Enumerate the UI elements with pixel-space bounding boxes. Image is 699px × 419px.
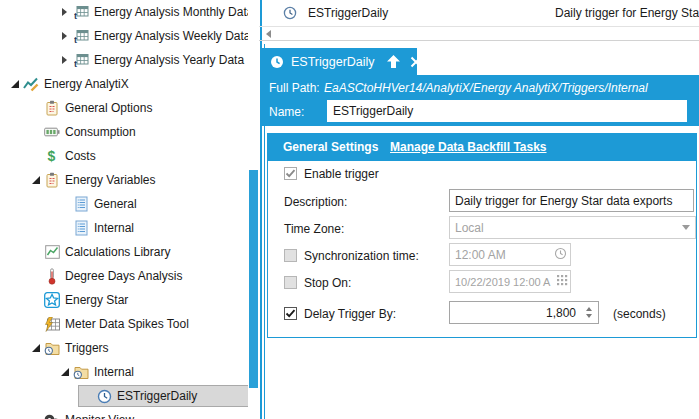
name-label: Name: [269, 104, 304, 120]
tree-item-general-options[interactable]: General Options [0, 96, 249, 120]
tree-item-internal[interactable]: Internal [0, 360, 249, 384]
tree-item-energy-variables[interactable]: Energy Variables [0, 168, 249, 192]
tree-item-label: Costs [65, 149, 96, 163]
delay-units-label: (seconds) [613, 307, 666, 321]
number-spinner[interactable] [582, 302, 596, 323]
tree-item-internal[interactable]: Internal [0, 216, 249, 240]
tree-item-general[interactable]: General [0, 192, 249, 216]
pin-up-icon[interactable] [386, 55, 401, 69]
tree-item-label: Meter Data Spikes Tool [65, 317, 189, 331]
expand-arrow-icon[interactable] [56, 53, 73, 67]
tree-item-energy-analysis-yearly-data[interactable]: tEnergy Analysis Yearly Data [0, 48, 249, 72]
tree-item-costs[interactable]: $Costs [0, 144, 249, 168]
tree-item-label: ESTriggerDaily [117, 389, 197, 403]
clipboard-icon [44, 172, 60, 188]
expand-arrow-icon[interactable] [56, 5, 73, 19]
expand-arrow-icon[interactable] [56, 29, 73, 43]
clock-icon [283, 6, 297, 23]
collapse-arrow-icon[interactable] [6, 77, 23, 91]
group-header: General Settings Manage Data Backfill Ta… [268, 134, 696, 161]
delay-trigger-label: Delay Trigger By: [304, 307, 396, 321]
tree-item-label: Monitor View [65, 413, 134, 419]
divider [259, 40, 699, 41]
sync-time-label: Synchronization time: [304, 249, 419, 263]
tree-item-consumption[interactable]: Consumption [0, 120, 249, 144]
stop-on-input[interactable] [449, 270, 571, 293]
tab-label: ESTriggerDaily [291, 55, 375, 69]
tree-item-triggers[interactable]: Triggers [0, 336, 249, 360]
tree-item-meter-data-spikes-tool[interactable]: Meter Data Spikes Tool [0, 312, 249, 336]
enable-trigger-checkbox[interactable] [284, 167, 297, 180]
expander-spacer [56, 197, 73, 211]
tree-item-energy-analysis-monthly-data[interactable]: tEnergy Analysis Monthly Data [0, 0, 249, 24]
timetable-icon: t [73, 28, 89, 44]
expander-spacer [27, 413, 44, 419]
tree-item-label: Internal [94, 221, 134, 235]
svg-text:$: $ [48, 148, 56, 164]
collapse-arrow-icon[interactable] [56, 365, 73, 379]
description-input[interactable] [449, 189, 694, 212]
analytix-icon [23, 76, 39, 92]
stop-on-label: Stop On: [304, 276, 351, 290]
sync-time-checkbox[interactable] [284, 249, 297, 262]
tree-item-estriggerdaily[interactable]: ESTriggerDaily [0, 384, 249, 408]
tree-item-label: Energy Analysis Yearly Data [94, 53, 244, 67]
general-settings-group: General Settings Manage Data Backfill Ta… [267, 133, 697, 338]
list-icon [73, 196, 89, 212]
folder-clock-icon [73, 364, 89, 380]
stop-on-checkbox[interactable] [284, 276, 297, 289]
timetable-icon: t [73, 52, 89, 68]
collapse-arrow-icon[interactable] [27, 341, 44, 355]
star-icon [44, 292, 60, 308]
name-input[interactable] [327, 100, 687, 122]
svg-text:t: t [74, 35, 77, 44]
tree-item-label: Internal [94, 365, 134, 379]
tree-item-calculations-library[interactable]: Calculations Library [0, 240, 249, 264]
workbench-window: tEnergy Analysis Monthly DatatEnergy Ana… [0, 0, 699, 419]
meter-spikes-icon [44, 316, 60, 332]
tree-item-degree-days-analysis[interactable]: Degree Days Analysis [0, 264, 249, 288]
folder-clock-icon [44, 340, 60, 356]
scroll-left-arrow-icon[interactable] [266, 30, 271, 38]
tree-item-label: Energy AnalytiX [44, 77, 129, 91]
collapse-arrow-icon[interactable] [27, 173, 44, 187]
tree-item-energy-star[interactable]: Energy Star [0, 288, 249, 312]
enable-trigger-label: Enable trigger [304, 167, 379, 181]
time-zone-select[interactable] [449, 216, 696, 239]
group-title: General Settings [283, 134, 378, 161]
expander-spacer [27, 101, 44, 115]
delay-trigger-checkbox[interactable] [284, 307, 297, 320]
tree-item-label: Energy Analysis Monthly Data [94, 5, 249, 19]
full-path-value: EaASCtoHHVer14/AnalytiX/Energy AnalytiX/… [324, 80, 648, 96]
close-icon[interactable] [410, 56, 422, 68]
tree-item-label: General Options [65, 101, 152, 115]
tree-item-label: General [94, 197, 137, 211]
delay-trigger-input[interactable] [449, 301, 599, 324]
expander-spacer [56, 221, 73, 235]
tree-item-energy-analytix[interactable]: Energy AnalytiX [0, 72, 249, 96]
timetable-icon: t [73, 4, 89, 20]
tree-item-label: Energy Analysis Weekly Data [94, 29, 249, 43]
tab-estriggerdaily[interactable]: ESTriggerDaily [262, 48, 417, 75]
monitor-icon [44, 412, 60, 419]
dollar-icon: $ [44, 148, 60, 164]
trigger-list-row[interactable]: ESTriggerDaily Daily trigger for Energy … [262, 0, 699, 26]
battery-icon [44, 124, 60, 140]
manage-backfill-link[interactable]: Manage Data Backfill Tasks [390, 134, 547, 161]
tree-item-label: Degree Days Analysis [65, 269, 182, 283]
clock-icon [96, 388, 112, 404]
chevron-down-icon [682, 225, 690, 230]
tree-item-monitor-view[interactable]: Monitor View [0, 408, 249, 419]
tree-item-label: Energy Variables [65, 173, 156, 187]
divider [259, 26, 699, 27]
tree-scrollbar-thumb[interactable] [249, 170, 258, 388]
description-label: Description: [284, 195, 347, 209]
expander-spacer [27, 293, 44, 307]
project-tree: tEnergy Analysis Monthly DatatEnergy Ana… [0, 0, 249, 419]
tree-item-energy-analysis-weekly-data[interactable]: tEnergy Analysis Weekly Data [0, 24, 249, 48]
list-icon [73, 220, 89, 236]
expander-spacer [27, 245, 44, 259]
clock-icon [554, 247, 567, 263]
full-path-label: Full Path: [269, 80, 320, 96]
sync-time-input[interactable] [449, 243, 571, 266]
